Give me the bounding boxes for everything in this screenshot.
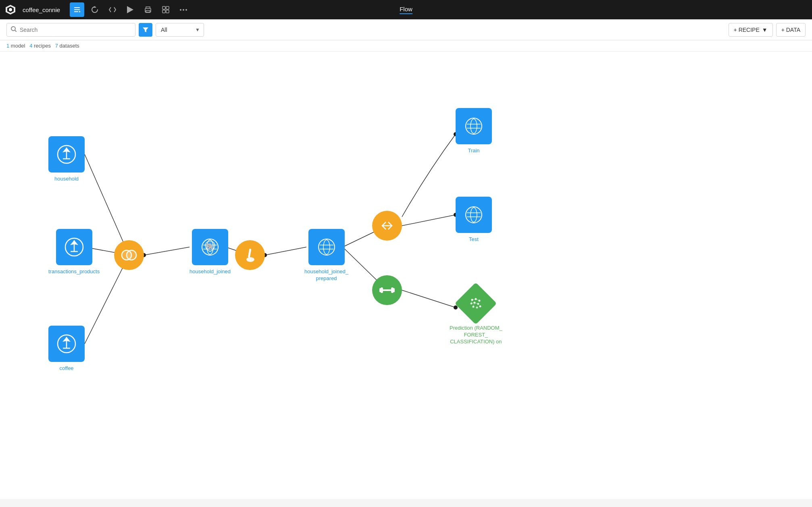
svg-point-13	[11, 27, 15, 31]
svg-point-79	[479, 300, 481, 302]
coffee-dataset-box	[48, 326, 85, 362]
project-name: coffee_connie	[23, 6, 60, 13]
flow-nav-btn[interactable]	[70, 2, 84, 17]
svg-rect-5	[146, 10, 150, 12]
svg-rect-6	[162, 6, 165, 9]
household-label: household	[54, 176, 79, 183]
dashboard-nav-btn[interactable]	[158, 2, 173, 17]
svg-line-21	[265, 247, 306, 255]
print-nav-btn[interactable]	[141, 2, 155, 17]
flow-connections-svg	[0, 52, 812, 499]
search-wrapper	[6, 23, 135, 37]
svg-point-68	[466, 207, 482, 223]
svg-rect-8	[162, 10, 165, 13]
household-joined-label: household_joined	[189, 268, 231, 275]
node-test-dataset[interactable]: Test	[456, 197, 492, 243]
add-recipe-button[interactable]: + RECIPE ▼	[729, 23, 773, 37]
refresh-nav-btn[interactable]	[87, 2, 102, 17]
node-train-recipe[interactable]	[372, 275, 402, 305]
node-household-joined-prepared[interactable]: household_joined_prepared	[304, 229, 348, 282]
search-input[interactable]	[20, 27, 131, 33]
household-dataset-box	[48, 136, 85, 172]
svg-point-69	[471, 208, 477, 222]
svg-point-48	[127, 250, 136, 260]
svg-rect-54	[248, 249, 252, 258]
node-household[interactable]: household	[48, 136, 85, 183]
node-coffee[interactable]: coffee	[48, 326, 85, 372]
svg-point-12	[185, 9, 187, 10]
svg-rect-76	[393, 288, 395, 292]
filter-button[interactable]	[139, 23, 152, 37]
recipe-count: 4	[29, 43, 32, 49]
household-joined-box: 🐘	[192, 229, 228, 265]
node-train-dataset[interactable]: Train	[456, 108, 492, 154]
prediction-diamond	[455, 283, 497, 325]
transactions-label: transactions_products	[48, 268, 100, 275]
node-join-recipe[interactable]	[114, 240, 144, 270]
filter-select-wrapper: All Datasets Recipes Models ▼	[156, 23, 204, 37]
svg-point-60	[323, 240, 330, 254]
svg-marker-3	[127, 6, 133, 13]
filter-select[interactable]: All Datasets Recipes Models	[156, 23, 204, 37]
flow-label: Flow	[400, 6, 412, 14]
prediction-label: Prediction (RANDOM_FOREST_CLASSIFICATION…	[450, 325, 502, 345]
svg-marker-15	[143, 27, 148, 32]
train-recipe-circle	[372, 275, 402, 305]
svg-rect-72	[381, 289, 393, 291]
svg-line-14	[15, 30, 17, 32]
transactions-dataset-box	[56, 229, 92, 265]
svg-line-23	[402, 215, 456, 226]
svg-point-64	[466, 118, 482, 134]
svg-point-65	[471, 119, 477, 133]
chevron-down-icon: ▼	[762, 27, 768, 33]
node-prediction-model[interactable]: Prediction (RANDOM_FOREST_CLASSIFICATION…	[450, 285, 502, 345]
code-nav-btn[interactable]	[105, 2, 120, 17]
test-label: Test	[469, 236, 479, 243]
svg-text:🐘: 🐘	[206, 243, 214, 250]
svg-point-59	[319, 239, 335, 255]
prepare-recipe-circle	[235, 240, 265, 270]
train-label: Train	[468, 148, 479, 154]
household-joined-prepared-label: household_joined_prepared	[304, 268, 348, 282]
toolbar: All Datasets Recipes Models ▼ + RECIPE ▼…	[0, 19, 812, 40]
node-transactions-products[interactable]: transactions_products	[48, 229, 100, 275]
join-recipe-circle	[114, 240, 144, 270]
coffee-label: coffee	[59, 365, 73, 372]
svg-rect-75	[379, 288, 381, 292]
top-nav: coffee_connie	[0, 0, 812, 19]
svg-point-85	[479, 305, 481, 308]
household-joined-prepared-box	[308, 229, 345, 265]
node-split-recipe[interactable]	[372, 211, 402, 241]
more-nav-btn[interactable]	[176, 2, 191, 17]
model-count: 1	[6, 43, 9, 49]
prediction-diamond-wrapper	[458, 285, 494, 322]
run-nav-btn[interactable]	[123, 2, 137, 17]
node-household-joined[interactable]: 🐘 household_joined	[189, 229, 231, 275]
search-icon	[11, 26, 17, 33]
app-logo	[5, 4, 16, 15]
svg-point-0	[9, 8, 12, 11]
svg-line-19	[144, 247, 189, 255]
flow-canvas: household transactions_products coffee	[0, 52, 812, 499]
svg-line-25	[402, 290, 456, 308]
split-recipe-circle	[372, 211, 402, 241]
dataset-count: 7	[55, 43, 58, 49]
svg-rect-9	[166, 10, 169, 13]
node-prepare-recipe[interactable]	[235, 240, 265, 270]
train-dataset-box	[456, 108, 492, 144]
svg-point-84	[476, 307, 478, 309]
svg-rect-7	[166, 6, 169, 9]
stats-bar: 1 model 4 recipes 7 datasets	[0, 40, 812, 52]
svg-point-10	[180, 9, 181, 10]
svg-point-11	[183, 9, 184, 10]
add-data-button[interactable]: + DATA	[776, 23, 806, 37]
test-dataset-box	[456, 197, 492, 233]
svg-marker-1	[79, 11, 81, 12]
